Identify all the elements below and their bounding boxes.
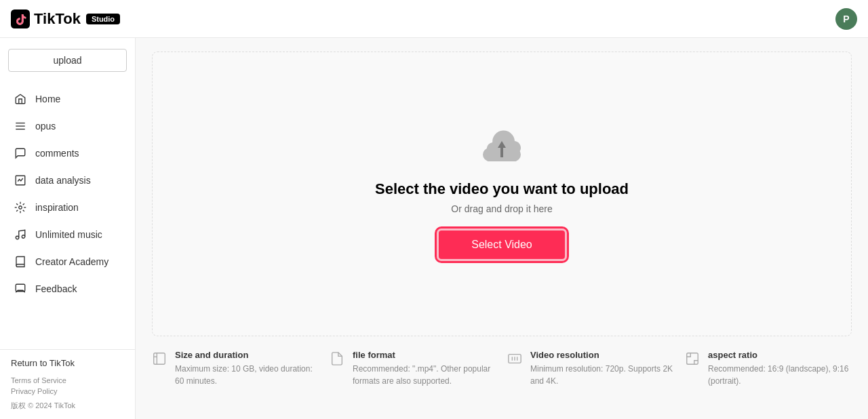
upload-btn-container: upload <box>0 38 135 80</box>
terms-of-service-link[interactable]: Terms of Service <box>11 376 124 384</box>
upload-button[interactable]: upload <box>8 49 127 72</box>
sidebar-item-creator-academy[interactable]: Creator Academy <box>0 248 135 275</box>
book-icon <box>14 255 27 268</box>
sidebar-item-home-label: Home <box>35 94 60 104</box>
sidebar-item-comments[interactable]: comments <box>0 140 135 167</box>
copyright-text: 版权 © 2024 TikTok <box>11 401 124 411</box>
sidebar-item-inspiration[interactable]: inspiration <box>0 194 135 221</box>
feedback-icon <box>14 282 27 296</box>
cloud-upload-icon <box>480 129 524 169</box>
tiktok-logo-icon <box>11 9 30 28</box>
sidebar: upload Home <box>0 38 136 419</box>
sidebar-footer: Return to TikTok Terms of Service Privac… <box>0 349 135 419</box>
svg-point-5 <box>19 206 22 210</box>
info-cards: Size and duration Maximum size: 10 GB, v… <box>152 350 852 387</box>
svg-line-9 <box>23 210 24 212</box>
sidebar-item-data-analysis[interactable]: data analysis <box>0 167 135 194</box>
sidebar-nav: Home opus <box>0 80 135 349</box>
chart-icon <box>14 174 27 187</box>
header-left: TikTok Studio <box>11 9 120 28</box>
sidebar-item-unlimited-music-label: Unlimited music <box>35 229 102 240</box>
info-card-size-duration: Size and duration Maximum size: 10 GB, v… <box>152 350 319 387</box>
upload-title: Select the video you want to upload <box>375 180 629 198</box>
return-to-tiktok-link[interactable]: Return to TikTok <box>11 358 124 368</box>
sidebar-item-feedback[interactable]: Feedback <box>0 275 135 302</box>
comment-icon <box>14 146 27 160</box>
svg-rect-30 <box>687 353 698 365</box>
footer-links: Terms of Service Privacy Policy 版权 © 202… <box>11 376 124 411</box>
svg-line-13 <box>23 203 24 205</box>
info-card-aspect-ratio-content: aspect ratio Recommended: 16:9 (landscap… <box>708 350 852 387</box>
info-card-size-duration-content: Size and duration Maximum size: 10 GB, v… <box>175 350 319 387</box>
aspect-ratio-icon <box>685 351 701 367</box>
info-card-size-duration-desc: Maximum size: 10 GB, video duration: 60 … <box>175 363 319 387</box>
size-duration-icon <box>152 351 168 367</box>
sidebar-item-inspiration-label: inspiration <box>35 202 79 213</box>
info-card-video-resolution-title: Video resolution <box>530 350 674 360</box>
svg-point-14 <box>16 236 19 239</box>
info-card-file-format-desc: Recommended: ".mp4". Other popular forma… <box>353 363 496 387</box>
info-card-file-format: file format Recommended: ".mp4". Other p… <box>330 350 496 387</box>
svg-point-15 <box>22 235 25 239</box>
svg-line-12 <box>16 210 18 212</box>
privacy-policy-link[interactable]: Privacy Policy <box>11 387 124 395</box>
file-format-icon <box>330 351 346 367</box>
info-card-file-format-title: file format <box>353 350 496 360</box>
svg-rect-23 <box>154 353 165 365</box>
sidebar-item-unlimited-music[interactable]: Unlimited music <box>0 221 135 248</box>
info-card-video-resolution-desc: Minimum resolution: 720p. Supports 2K an… <box>530 363 674 387</box>
select-video-button[interactable]: Select Video <box>439 231 565 259</box>
sidebar-item-home[interactable]: Home <box>0 85 135 113</box>
upload-subtitle: Or drag and drop it here <box>451 203 552 214</box>
info-card-size-duration-title: Size and duration <box>175 350 319 360</box>
info-card-aspect-ratio: aspect ratio Recommended: 16:9 (landscap… <box>685 350 852 387</box>
sidebar-item-feedback-label: Feedback <box>35 283 77 294</box>
video-resolution-icon <box>507 351 524 367</box>
studio-badge: Studio <box>86 14 120 24</box>
info-card-aspect-ratio-desc: Recommended: 16:9 (landscape), 9:16 (por… <box>708 363 852 387</box>
svg-line-8 <box>16 203 18 205</box>
sidebar-item-data-analysis-label: data analysis <box>35 175 91 186</box>
info-card-aspect-ratio-title: aspect ratio <box>708 350 852 360</box>
upload-drop-zone[interactable]: Select the video you want to upload Or d… <box>152 52 852 336</box>
tiktok-logo: TikTok <box>11 9 81 28</box>
music-icon <box>14 228 27 241</box>
spark-icon <box>14 201 27 214</box>
sidebar-item-opus[interactable]: opus <box>0 113 135 140</box>
svg-rect-0 <box>11 9 30 28</box>
avatar[interactable]: P <box>835 8 857 30</box>
sidebar-item-creator-academy-label: Creator Academy <box>35 256 108 267</box>
svg-rect-22 <box>500 148 503 157</box>
home-icon <box>14 92 27 106</box>
list-icon <box>14 119 27 133</box>
info-card-video-resolution-content: Video resolution Minimum resolution: 720… <box>530 350 674 387</box>
sidebar-item-comments-label: comments <box>35 148 79 159</box>
sidebar-item-opus-label: opus <box>35 121 56 132</box>
header: TikTok Studio P <box>0 0 868 38</box>
info-card-video-resolution: Video resolution Minimum resolution: 720… <box>507 350 674 387</box>
logo-text: TikTok <box>34 10 81 28</box>
main-content: Select the video you want to upload Or d… <box>136 38 868 419</box>
layout: upload Home <box>0 38 868 419</box>
info-card-file-format-content: file format Recommended: ".mp4". Other p… <box>353 350 496 387</box>
